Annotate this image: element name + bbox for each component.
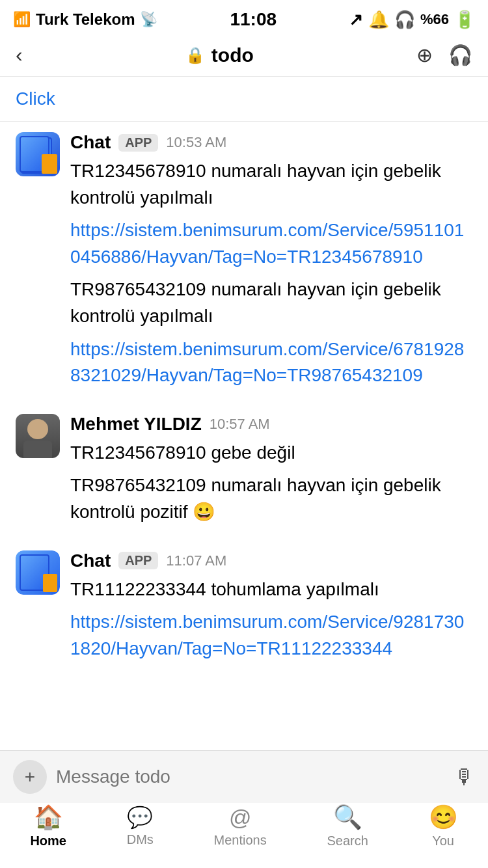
search-label: Search (327, 834, 368, 848)
avatar-body (23, 441, 52, 458)
chat-content: Click Chat APP 10:53 AM TR12345678910 nu… (0, 77, 488, 685)
click-link[interactable]: Click (0, 83, 488, 118)
avatar-human (16, 414, 60, 458)
message-time: 10:53 AM (166, 134, 226, 151)
message-input[interactable] (56, 764, 445, 790)
dms-label: DMs (127, 832, 154, 847)
signal-icon: 📶 (13, 11, 31, 28)
channel-name: todo (211, 44, 254, 66)
home-label: Home (30, 834, 66, 848)
chat-app-avatar (16, 132, 60, 176)
search-icon: 🔍 (333, 804, 362, 831)
message-header-1: Chat APP 10:53 AM (70, 132, 472, 153)
sender-name: Chat (70, 132, 111, 153)
sender-name-2: Mehmet YILDIZ (70, 414, 202, 435)
nav-item-home[interactable]: 🏠 Home (30, 804, 66, 848)
message-text-5: TR11122233344 tohumlama yapılmalı (70, 576, 472, 603)
user-avatar (16, 414, 60, 458)
alarm-icon: 🔔 (368, 10, 389, 30)
you-label: You (432, 834, 454, 848)
message-text-4: TR98765432109 numaralı hayvan için gebel… (70, 472, 472, 525)
message-header-2: Mehmet YILDIZ 10:57 AM (70, 414, 472, 435)
message-block-3: Chat APP 11:07 AM TR11122233344 tohumlam… (0, 543, 488, 679)
nav-item-dms[interactable]: 💬 DMs (127, 805, 154, 847)
message-block: Chat APP 10:53 AM TR12345678910 numaralı… (0, 124, 488, 406)
new-message-icon[interactable]: ⊕ (416, 44, 433, 66)
message-body-2: Mehmet YILDIZ 10:57 AM TR12345678910 geb… (70, 414, 472, 532)
carrier-text: Turk Telekom (36, 10, 135, 29)
bottom-nav: 🏠 Home 💬 DMs @ Mentions 🔍 Search 😊 You (0, 794, 488, 868)
back-button[interactable]: ‹ (16, 43, 23, 67)
mentions-label: Mentions (214, 833, 267, 848)
lock-icon: 🔒 (185, 46, 205, 64)
message-input-area: + 🎙 (0, 750, 488, 803)
nav-actions: ⊕ 🎧 (416, 44, 472, 66)
battery-icon: 🔋 (454, 10, 475, 30)
message-text-2: TR98765432109 numaralı hayvan için gebel… (70, 277, 472, 329)
nav-item-mentions[interactable]: @ Mentions (214, 805, 267, 848)
message-text-3: TR12345678910 gebe değil (70, 440, 472, 467)
nav-item-you[interactable]: 😊 You (429, 804, 458, 848)
mentions-icon: @ (229, 805, 252, 830)
message-body-1: Chat APP 10:53 AM TR12345678910 numaralı… (70, 132, 472, 396)
message-text: TR12345678910 numaralı hayvan için gebel… (70, 158, 472, 211)
message-time-2: 10:57 AM (210, 416, 270, 433)
status-right: ↗ 🔔 🎧 %66 🔋 (349, 10, 475, 30)
status-time: 11:08 (230, 9, 277, 30)
microphone-icon[interactable]: 🎙 (454, 765, 475, 789)
status-bar: 📶 Turk Telekom 📡 11:08 ↗ 🔔 🎧 %66 🔋 (0, 0, 488, 36)
nav-item-search[interactable]: 🔍 Search (327, 804, 368, 848)
message-time-3: 11:07 AM (166, 552, 226, 569)
home-icon: 🏠 (34, 804, 63, 831)
status-left: 📶 Turk Telekom 📡 (13, 10, 157, 29)
avatar-head (27, 419, 48, 439)
message-block-2: Mehmet YILDIZ 10:57 AM TR12345678910 geb… (0, 406, 488, 543)
headphone-icon: 🎧 (394, 10, 415, 30)
wifi-icon: 📡 (140, 11, 157, 28)
message-link-3[interactable]: https://sistem.benimsurum.com/Service/92… (70, 609, 472, 662)
you-icon: 😊 (429, 804, 458, 831)
message-header-3: Chat APP 11:07 AM (70, 550, 472, 571)
chat-app-avatar-2 (16, 550, 60, 595)
app-badge-2: APP (118, 552, 158, 569)
sender-name-3: Chat (70, 550, 111, 571)
location-icon: ↗ (349, 10, 363, 30)
message-link-2[interactable]: https://sistem.benimsurum.com/Service/67… (70, 336, 472, 389)
attachment-button[interactable]: + (13, 760, 47, 794)
battery-text: %66 (420, 11, 449, 28)
app-badge: APP (118, 134, 158, 152)
nav-bar: ‹ 🔒 todo ⊕ 🎧 (0, 36, 488, 77)
dms-icon: 💬 (127, 805, 153, 830)
message-link[interactable]: https://sistem.benimsurum.com/Service/59… (70, 217, 472, 270)
message-body-3: Chat APP 11:07 AM TR11122233344 tohumlam… (70, 550, 472, 669)
nav-title: 🔒 todo (185, 44, 254, 66)
headphone-nav-icon[interactable]: 🎧 (448, 44, 472, 66)
